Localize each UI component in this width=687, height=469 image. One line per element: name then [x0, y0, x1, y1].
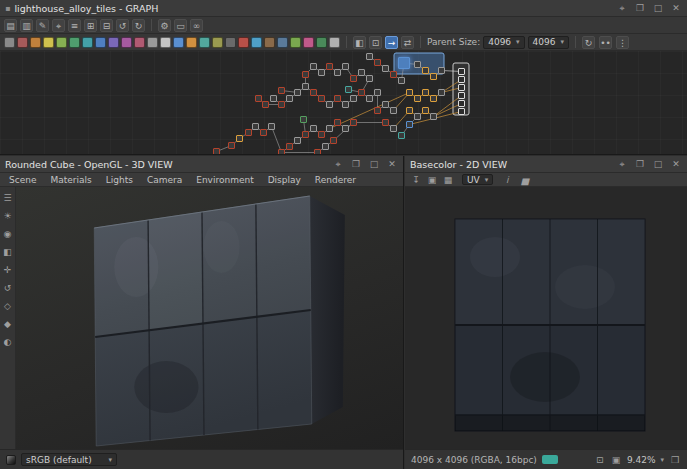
pin-icon[interactable]: ⌖ [616, 3, 628, 14]
graph-node[interactable] [366, 75, 373, 82]
graph-node[interactable] [334, 95, 341, 102]
graph-node[interactable] [326, 101, 333, 108]
refresh-icon[interactable]: ↻ [582, 36, 595, 49]
add-node-icon[interactable]: ⊞ [84, 19, 97, 32]
graph-node[interactable] [318, 95, 325, 102]
graph-node[interactable] [422, 89, 429, 96]
move-icon[interactable]: ✛ [2, 264, 14, 276]
node-palette-icon[interactable] [147, 37, 158, 48]
graph-node[interactable] [398, 132, 405, 139]
graph-node[interactable] [302, 83, 309, 90]
zoom-actual-icon[interactable]: ▣ [610, 455, 622, 465]
node-palette-icon[interactable] [134, 37, 145, 48]
graph-node[interactable] [458, 76, 465, 83]
fit-view-icon[interactable]: ⊡ [369, 36, 382, 49]
viewport-3d[interactable] [16, 187, 403, 449]
graph-node[interactable] [414, 113, 421, 120]
graph-node[interactable] [270, 95, 277, 102]
graph-node[interactable] [430, 113, 437, 120]
node-palette-icon[interactable] [329, 37, 340, 48]
graph-node[interactable] [326, 125, 333, 132]
graph-node[interactable] [374, 89, 381, 96]
graph-node[interactable] [252, 123, 259, 130]
graph-node[interactable] [414, 61, 421, 68]
geometry-icon[interactable]: ◆ [2, 318, 14, 330]
node-palette-icon[interactable] [173, 37, 184, 48]
graph-node-selected[interactable] [398, 57, 410, 69]
graph-node[interactable] [458, 92, 465, 99]
graph-node[interactable] [310, 63, 317, 70]
graph-node[interactable] [294, 137, 301, 144]
pin-icon[interactable]: ⌖ [616, 159, 628, 170]
scale-icon[interactable]: ◇ [2, 300, 14, 312]
chevron-down-icon[interactable]: ▾ [660, 456, 664, 464]
graph-node[interactable] [260, 129, 267, 136]
frame-icon[interactable]: ▭ [174, 19, 187, 32]
histogram-icon[interactable]: ▅ [519, 174, 531, 186]
swap-io-icon[interactable]: ⇄ [401, 36, 414, 49]
environment-icon[interactable]: ◐ [2, 336, 14, 348]
graph-node[interactable] [382, 101, 389, 108]
file-icon[interactable]: ▤ [4, 19, 17, 32]
shading-icon[interactable]: ☀ [2, 210, 14, 222]
node-palette-icon[interactable] [186, 37, 197, 48]
info-icon[interactable]: i [501, 174, 513, 186]
menu-display[interactable]: Display [261, 175, 308, 185]
graph-node[interactable] [278, 87, 285, 94]
graph-node[interactable] [390, 125, 397, 132]
panels-icon[interactable]: ☰ [2, 192, 14, 204]
undo-icon[interactable]: ↺ [116, 19, 129, 32]
graph-node[interactable] [334, 119, 341, 126]
node-palette-icon[interactable] [56, 37, 67, 48]
graph-node[interactable] [458, 100, 465, 107]
graph-node[interactable] [213, 148, 220, 154]
graph-node[interactable] [414, 95, 421, 102]
graph-node[interactable] [300, 116, 307, 123]
graph-node[interactable] [342, 125, 349, 132]
float-icon[interactable]: ❐ [634, 159, 646, 170]
graph-node[interactable] [350, 119, 357, 126]
graph-node[interactable] [342, 101, 349, 108]
graph-node[interactable] [406, 121, 413, 128]
graph-node[interactable] [245, 129, 252, 136]
graph-node[interactable] [318, 69, 325, 76]
graph-node[interactable] [322, 143, 329, 150]
edit-icon[interactable]: ✎ [36, 19, 49, 32]
close-icon[interactable]: ✕ [386, 159, 398, 170]
menu-environment[interactable]: Environment [189, 175, 260, 185]
float-icon[interactable]: ❐ [350, 159, 362, 170]
graph-node[interactable] [406, 107, 413, 114]
graph-node[interactable] [345, 86, 352, 93]
menu-lights[interactable]: Lights [99, 175, 140, 185]
node-palette-icon[interactable] [277, 37, 288, 48]
graph-node[interactable] [390, 107, 397, 114]
graph-node[interactable] [326, 63, 333, 70]
graph-node[interactable] [458, 84, 465, 91]
color-profile-select[interactable]: sRGB (default) ▾ [21, 453, 117, 466]
uv-select[interactable]: UV ▾ [462, 174, 493, 185]
maximize-icon[interactable]: □ [652, 3, 664, 14]
graph-node[interactable] [374, 107, 381, 114]
remove-node-icon[interactable]: ⊟ [100, 19, 113, 32]
graph-node[interactable] [278, 149, 285, 154]
camera-icon[interactable]: ◉ [2, 228, 14, 240]
graph-node[interactable] [255, 95, 262, 102]
align-icon[interactable]: ≡ [68, 19, 81, 32]
graph-node[interactable] [302, 71, 309, 78]
background-icon[interactable]: ▣ [426, 174, 438, 186]
graph-node[interactable] [430, 95, 437, 102]
node-palette-icon[interactable] [4, 37, 15, 48]
close-icon[interactable]: ✕ [670, 159, 682, 170]
maximize-icon[interactable]: □ [652, 159, 664, 170]
graph-node[interactable] [366, 95, 373, 102]
graph-node[interactable] [374, 59, 381, 66]
close-icon[interactable]: ✕ [670, 3, 682, 14]
graph-node[interactable] [458, 108, 465, 115]
graph-node[interactable] [302, 131, 309, 138]
graph-node[interactable] [334, 69, 341, 76]
graph-node[interactable] [398, 77, 405, 84]
graph-node[interactable] [310, 89, 317, 96]
graph-node[interactable] [350, 75, 357, 82]
node-palette-icon[interactable] [251, 37, 262, 48]
graph-node[interactable] [382, 119, 389, 126]
